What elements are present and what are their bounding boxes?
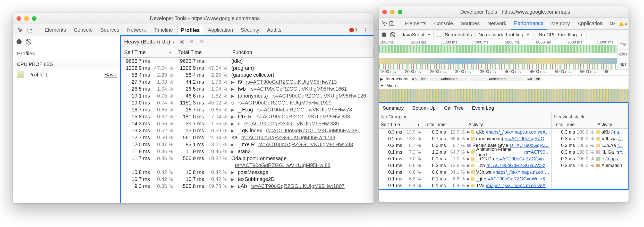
col-total-time[interactable]: Total Time	[175, 47, 229, 57]
close-icon[interactable]: ✕	[190, 39, 194, 45]
view-mode-select[interactable]: Heavy (Bottom Up) ▼	[124, 39, 175, 45]
table-row[interactable]: 0.3 ms100.0 %Animation	[552, 162, 629, 169]
flame-chart[interactable]: 1500 ms2000 ms2500 ms3000 ms3500 ms4000 …	[379, 69, 629, 103]
table-row[interactable]: 13.2 ms0.52 %15.0 ms0.59 %▶_.gK.indexrs=…	[121, 127, 374, 134]
mac-window-controls[interactable]	[16, 16, 37, 21]
close-icon[interactable]	[16, 16, 21, 21]
tab-bottom-up[interactable]: Bottom-Up	[408, 103, 440, 113]
tab-application[interactable]: Application	[574, 18, 606, 30]
table-row[interactable]: 9626.7 ms9626.7 ms(idle)	[121, 58, 374, 65]
table-row[interactable]: 10.7 ms0.42 %10.7 ms0.42 %▶texSubImage2D	[121, 176, 374, 183]
table-row[interactable]: 9.3 ms0.36 %505.8 ms19.78 %▶uAbrs=ACT90o…	[121, 183, 374, 190]
error-badge[interactable]: 1	[349, 27, 358, 33]
tab-sources[interactable]: Sources	[97, 24, 122, 36]
profile-item[interactable]: Profile 1 Save	[13, 69, 121, 80]
table-row[interactable]: 14.3 ms0.56 %39.7 ms1.55 %▶drs=ACT90oGqR…	[121, 120, 374, 127]
table-row[interactable]: 0.1 ms6.8 %0.3 ms13.6 %▶_.zp rs=ACT90oGq…	[379, 162, 551, 169]
clear-icon[interactable]	[390, 32, 395, 37]
col-activity[interactable]: Activity	[466, 121, 551, 128]
tab-timeline[interactable]: Timeline	[151, 24, 176, 36]
minimize-icon[interactable]	[390, 10, 395, 14]
detail-tabs: Summary Bottom-Up Call Tree Event Log	[379, 103, 629, 113]
bottom-up-rows: 0.3 ms13.9 %0.3 ms13.9 %▶aKb /maps/_/js/…	[379, 129, 551, 189]
overview-strip[interactable]: 1000ms2000 ms3000 ms4000 ms5000 ms6000 m…	[379, 40, 629, 69]
record-icon[interactable]	[382, 32, 386, 37]
cpu-throttle-select[interactable]: No CPU throttling▼	[536, 31, 586, 38]
kebab-menu-icon[interactable]: ⋮	[361, 27, 370, 33]
tab-network[interactable]: Network	[484, 18, 509, 30]
col-total-time[interactable]: Total Time	[552, 121, 595, 128]
table-row[interactable]: 16.7 ms0.65 %16.7 ms0.65 %▶_.H.ogrs=ACT9…	[121, 106, 374, 113]
tab-elements[interactable]: Elements	[41, 24, 69, 36]
tab-call-tree[interactable]: Call Tree	[440, 103, 468, 113]
table-row[interactable]: 0.3 ms13.9 %0.3 ms13.9 %▶aKb /maps/_/js/…	[379, 129, 551, 135]
tab-console[interactable]: Console	[431, 18, 456, 30]
warning-badge[interactable]: 6	[619, 21, 627, 26]
table-row[interactable]: 0.1 ms6.4 %0.1 ms6.4 %▶TVe /maps/_/js/k=…	[379, 182, 551, 189]
table-row[interactable]: 0.3 ms100.0 %LJb.Aa /...	[552, 142, 629, 149]
table-row[interactable]: 0.3 ms100.0 %c /maps...	[552, 155, 629, 162]
tab-sources[interactable]: Sources	[458, 18, 483, 30]
table-row[interactable]: 0.1 ms6.8 %0.6 ms34.1 %▶VJb.wa /maps/_/j…	[379, 169, 551, 176]
track-main: Main	[386, 83, 396, 88]
table-row[interactable]: 12.0 ms0.47 %82.1 ms3.21 %▶_.rYe.Rrs=ACT…	[121, 141, 374, 148]
grouping-select[interactable]: No Grouping	[379, 113, 551, 121]
table-row[interactable]: 26.5 ms1.04 %26.5 ms1.04 %▶fwbrs=ACT90oG…	[121, 85, 374, 92]
zoom-icon[interactable]	[32, 16, 37, 21]
table-row[interactable]: 11.7 ms0.46 %506.9 ms19.82 %Oda.b.port1.…	[121, 155, 374, 162]
refresh-icon[interactable]: ⟳	[199, 39, 204, 45]
table-row[interactable]: 0.3 ms100.0 %iIL.Ga rs=...	[552, 149, 629, 155]
close-icon[interactable]	[382, 10, 387, 14]
tab-event-log[interactable]: Event Log	[468, 103, 498, 113]
profile-toolbar: Heavy (Bottom Up) ▼ ◉ ✕ ⟳	[121, 36, 374, 47]
save-link[interactable]: Save	[104, 72, 117, 78]
network-throttle-select[interactable]: No network throttling▼	[476, 31, 532, 38]
table-row[interactable]: 19.1 ms0.75 %46.6 ms1.82 %▶(anonymous)rs…	[121, 92, 374, 99]
col-self-time[interactable]: Self Time▼	[379, 121, 422, 128]
table-row[interactable]: 19.0 ms0.74 %1151.3 ms45.02 %crs=ACT90oG…	[121, 99, 374, 106]
table-row[interactable]: 0.1 ms7.3 %1.2 ms64.7 %▶Animation Frame …	[379, 149, 551, 155]
tab-network[interactable]: Network	[124, 24, 149, 36]
clear-icon[interactable]	[26, 39, 31, 45]
more-tabs-icon[interactable]: ≫	[607, 20, 617, 27]
table-row[interactable]: 0.1 ms6.8 %0.1 ms6.8 %▶_.ji rs=ACT90oGqR…	[379, 176, 551, 182]
tab-elements[interactable]: Elements	[402, 18, 429, 30]
minimize-icon[interactable]	[24, 16, 29, 21]
flame-bars[interactable]	[379, 89, 629, 103]
tab-profiles[interactable]: Profiles	[177, 24, 203, 36]
record-icon[interactable]	[16, 39, 22, 44]
tab-console[interactable]: Console	[71, 24, 96, 36]
mac-window-controls[interactable]	[382, 10, 402, 14]
col-self-time[interactable]: Self Time▼	[121, 47, 175, 57]
table-row[interactable]: 27.7 ms1.08 %44.2 ms1.73 %▶t9rs=ACT90oGq…	[121, 78, 374, 85]
tab-audits[interactable]: Audits	[264, 24, 285, 36]
screenshots-checkbox[interactable]	[437, 33, 441, 37]
table-row[interactable]: 12.7 ms0.50 %561.0 ms21.94 %Kars=ACT90oG…	[121, 134, 374, 141]
category-select[interactable]: JavaScript▼	[399, 31, 434, 38]
col-total-time[interactable]: Total Time	[422, 121, 466, 128]
col-function[interactable]: Function	[229, 47, 374, 57]
focus-icon[interactable]: ◉	[180, 39, 184, 45]
table-row[interactable]: 0.1 ms7.0 %0.1 ms7.0 %▶_.CG.Da rs=ACT90o…	[379, 155, 551, 162]
col-activity[interactable]: Activity	[595, 121, 629, 128]
inspect-icon[interactable]	[382, 20, 387, 28]
table-row[interactable]: rs=ACT90oGqRZGG...wVKUIgM95Hw:88	[121, 162, 374, 169]
table-row[interactable]: 58.4 ms2.29 %58.4 ms2.29 %(garbage colle…	[121, 72, 374, 78]
table-row[interactable]: 11.9 ms0.46 %11.9 ms0.46 %▶atan2	[121, 148, 374, 155]
tab-security[interactable]: Security	[238, 24, 262, 36]
table-row[interactable]: 0.3 ms100.0 %aKb /ma...	[552, 129, 629, 135]
device-icon[interactable]	[389, 20, 395, 28]
table-row[interactable]: 0.2 ms13.2 %0.7 ms38.4 %▶(anonymous) rs=…	[379, 135, 551, 142]
tab-application[interactable]: Application	[205, 24, 236, 36]
inspect-icon[interactable]	[16, 26, 24, 34]
table-row[interactable]: 0.3 ms100.0 %VJb.wa /...	[552, 135, 629, 142]
tab-memory[interactable]: Memory	[548, 18, 573, 30]
zoom-icon[interactable]	[398, 10, 402, 14]
profile-rows: 9626.7 ms9626.7 ms(idle)1202.9 ms47.04 %…	[121, 58, 374, 190]
tab-performance[interactable]: Performance	[511, 18, 547, 30]
table-row[interactable]: 10.8 ms0.42 %10.8 ms0.42 %▶postMessage	[121, 169, 374, 176]
device-icon[interactable]	[26, 26, 34, 34]
tab-summary[interactable]: Summary	[379, 103, 408, 113]
table-row[interactable]: 1202.9 ms47.04 %1202.9 ms47.04 %(program…	[121, 65, 374, 72]
table-row[interactable]: 15.8 ms0.62 %180.0 ms7.04 %▶F1e.Rrs=ACT9…	[121, 113, 374, 120]
